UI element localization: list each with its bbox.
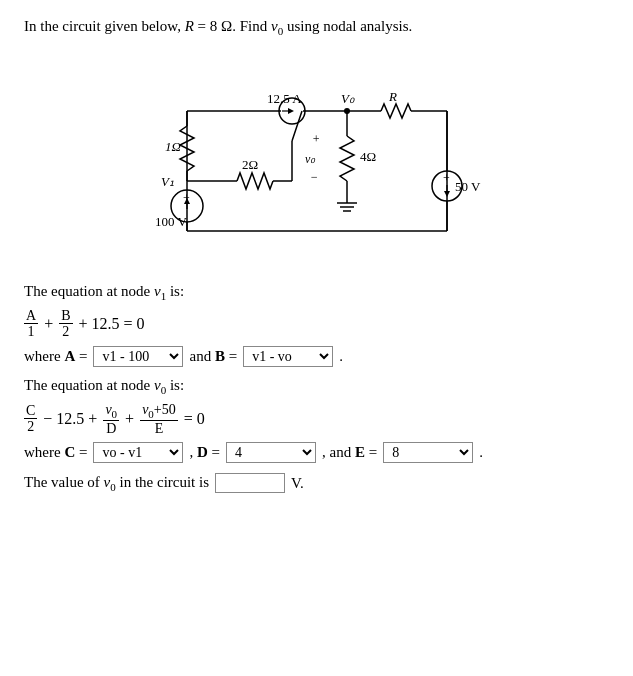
frac-vo-D: v0 D: [103, 402, 119, 436]
select-E[interactable]: 8 4 2 1: [383, 442, 473, 463]
node-v1-section: The equation at node v1 is: A 1 + B 2 + …: [24, 283, 609, 367]
svg-text:4Ω: 4Ω: [360, 149, 376, 164]
node-vo-text: The equation at node v0 is:: [24, 377, 609, 396]
svg-marker-42: [444, 191, 450, 197]
svg-text:12.5 A: 12.5 A: [267, 91, 302, 106]
node-v1-text: The equation at node v1 is:: [24, 283, 609, 302]
node-v1-where: where A = v1 - 100 v1 + 100 v1 - vo vo -…: [24, 346, 609, 367]
problem-statement: In the circuit given below, R = 8 Ω. Fin…: [24, 18, 609, 37]
svg-text:v₀: v₀: [305, 152, 316, 166]
select-A[interactable]: v1 - 100 v1 + 100 v1 - vo vo - v1 v1 vo: [93, 346, 183, 367]
circuit-diagram: 1Ω V₁ + 100 V 2Ω 12.5 A: [24, 51, 609, 261]
node-vo-section: The equation at node v0 is: C 2 − 12.5 +…: [24, 377, 609, 463]
svg-text:1Ω: 1Ω: [165, 139, 181, 154]
frac-C: C 2: [24, 403, 37, 435]
svg-text:R: R: [388, 89, 397, 104]
select-C[interactable]: vo - v1 v1 - vo vo + v1 vo - 100 v1 vo: [93, 442, 183, 463]
svg-text:2Ω: 2Ω: [242, 157, 258, 172]
node-v1-equation: A 1 + B 2 + 12.5 = 0: [24, 308, 609, 340]
frac-B: B 2: [59, 308, 72, 340]
svg-text:+: +: [443, 171, 450, 185]
svg-text:100 V: 100 V: [155, 214, 188, 229]
svg-text:V₀: V₀: [341, 91, 355, 106]
node-vo-where: where C = vo - v1 v1 - vo vo + v1 vo - 1…: [24, 442, 609, 463]
svg-text:+: +: [312, 132, 320, 146]
final-answer-line: The value of v0 in the circuit is V.: [24, 473, 609, 493]
svg-line-18: [292, 111, 302, 141]
frac-A: A 1: [24, 308, 38, 340]
frac-vo-E: v0+50 E: [140, 402, 178, 436]
svg-marker-22: [288, 108, 294, 114]
answer-input[interactable]: [215, 473, 285, 493]
svg-text:−: −: [310, 170, 318, 184]
select-B[interactable]: v1 - vo v1 + vo vo - v1 v1 - 100 v1 vo: [243, 346, 333, 367]
select-D[interactable]: 4 2 8 1: [226, 442, 316, 463]
node-vo-equation: C 2 − 12.5 + v0 D + v0+50 E = 0: [24, 402, 609, 436]
svg-text:V₁: V₁: [161, 174, 174, 189]
svg-text:50 V: 50 V: [455, 179, 481, 194]
